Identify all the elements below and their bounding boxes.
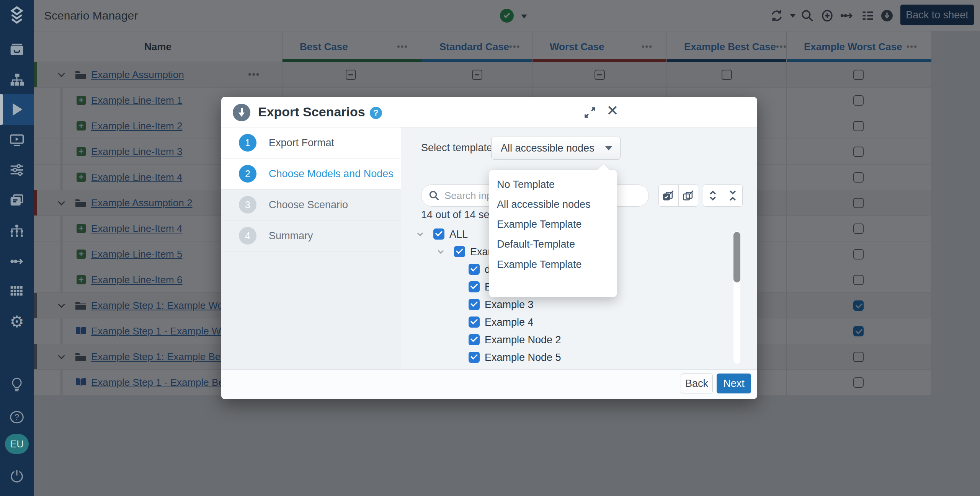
- chevron-down-icon[interactable]: [417, 230, 423, 237]
- search-icon: [428, 190, 440, 201]
- step-label: Summary: [269, 230, 313, 242]
- sidebar-item-ideas[interactable]: [0, 369, 34, 400]
- export-icon: [233, 104, 250, 121]
- step-label: Export Format: [269, 137, 334, 149]
- step-choose-models[interactable]: 2 Choose Models and Nodes: [221, 158, 401, 189]
- sidebar-item-archive[interactable]: [0, 34, 34, 65]
- template-dropdown-value: All accessible nodes: [501, 142, 595, 154]
- sidebar-item-presentation[interactable]: [0, 125, 34, 155]
- step-label: Choose Models and Nodes: [269, 168, 394, 180]
- step-number: 1: [239, 134, 256, 152]
- step-label: Choose Scenario: [269, 199, 348, 211]
- help-icon[interactable]: ?: [370, 107, 382, 119]
- tree-checkbox-checked[interactable]: [433, 228, 444, 240]
- svg-text:?: ?: [15, 413, 19, 422]
- tree-checkbox-checked[interactable]: [469, 264, 480, 275]
- tree-node: Example 3: [401, 296, 730, 313]
- tree-checkbox-checked[interactable]: [469, 317, 480, 328]
- sidebar-item-hierarchy[interactable]: [0, 65, 34, 95]
- chevron-down-icon[interactable]: [438, 248, 444, 254]
- sidebar-item-scenarios-active[interactable]: [0, 94, 34, 125]
- next-button[interactable]: Next: [717, 374, 751, 393]
- wizard-steps: 1 Export Format 2 Choose Models and Node…: [221, 127, 401, 369]
- step-number: 4: [239, 227, 256, 245]
- expand-icon[interactable]: [583, 106, 596, 121]
- step-choose-scenario[interactable]: 3 Choose Scenario: [221, 189, 401, 220]
- tree-checkbox-checked[interactable]: [454, 246, 465, 257]
- sidebar-item-settings[interactable]: ⚙: [0, 307, 34, 337]
- tree-node-label[interactable]: ALL: [449, 228, 468, 240]
- tree-checkbox-checked[interactable]: [469, 352, 480, 363]
- tree-node: Example Node 5: [401, 349, 730, 363]
- menu-item[interactable]: Example Template: [489, 214, 617, 234]
- avatar[interactable]: EU: [5, 434, 29, 454]
- modal-footer: Back Next: [221, 369, 757, 399]
- template-dropdown[interactable]: All accessible nodes: [491, 137, 621, 160]
- menu-item[interactable]: Example Template: [489, 255, 617, 274]
- sidebar-item-network[interactable]: [0, 215, 34, 246]
- menu-item[interactable]: No Template: [489, 175, 617, 194]
- tree-checkbox-checked[interactable]: [469, 299, 480, 310]
- select-all-icon[interactable]: [659, 184, 678, 207]
- collapse-all-icon[interactable]: [723, 184, 742, 207]
- modal-title: Export Scenarios: [258, 104, 365, 119]
- chevron-down-icon: [605, 146, 612, 150]
- close-icon[interactable]: ✕: [606, 102, 619, 119]
- menu-item[interactable]: Default-Template: [489, 234, 617, 254]
- step-number: 2: [239, 165, 256, 183]
- step-export-format[interactable]: 1 Export Format: [221, 127, 401, 158]
- sidebar-item-logout[interactable]: [0, 461, 34, 491]
- scrollbar-track[interactable]: [733, 231, 740, 364]
- app-logo[interactable]: [0, 0, 34, 31]
- back-button[interactable]: Back: [681, 374, 713, 393]
- tree-node-label[interactable]: Example Node 2: [485, 334, 561, 346]
- tree-checkbox-checked[interactable]: [469, 334, 480, 345]
- deselect-all-icon[interactable]: [678, 184, 698, 207]
- step-summary[interactable]: 4 Summary: [221, 220, 401, 251]
- modal-header: Export Scenarios ? ✕: [221, 97, 757, 127]
- tree-expand-button-group: [703, 184, 743, 207]
- step-number: 3: [239, 196, 256, 214]
- active-indicator: [0, 94, 3, 125]
- tree-node: Example Node 2: [401, 331, 730, 349]
- gear-icon: ⚙: [10, 314, 24, 330]
- selection-button-group: [658, 184, 698, 207]
- tree-checkbox-checked[interactable]: [469, 281, 480, 292]
- sidebar-item-pages[interactable]: [0, 185, 34, 216]
- sidebar-item-flows[interactable]: [0, 246, 34, 277]
- app-sidebar: ⚙ ? EU: [0, 0, 34, 496]
- tree-node-label[interactable]: Example Node 5: [485, 352, 561, 363]
- scrollbar-thumb[interactable]: [733, 232, 740, 282]
- select-template-label: Select template: [421, 142, 492, 154]
- tree-node-label[interactable]: Example 4: [485, 317, 534, 328]
- expand-all-icon[interactable]: [703, 184, 723, 207]
- sidebar-item-grid[interactable]: [0, 276, 34, 307]
- tree-node: Example 4: [401, 313, 730, 331]
- template-dropdown-menu: No Template All accessible nodes Example…: [489, 170, 617, 297]
- tree-node-label[interactable]: Example 3: [485, 299, 534, 311]
- sidebar-item-help[interactable]: ?: [0, 402, 34, 432]
- sidebar-item-settings-sliders[interactable]: [0, 155, 34, 185]
- menu-item[interactable]: All accessible nodes: [489, 194, 617, 214]
